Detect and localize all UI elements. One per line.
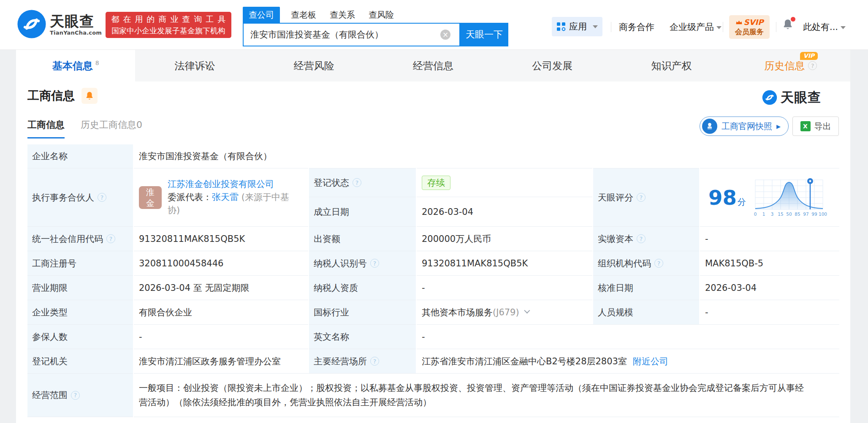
notification-dot (791, 17, 795, 22)
svg-text:99: 99 (811, 212, 817, 217)
field-label-eng-name: 英文名称 (309, 324, 416, 349)
search-tab-risk[interactable]: 查风险 (369, 9, 394, 21)
play-icon: ▶ (776, 123, 781, 130)
field-value-company-name: 淮安市国淮投资基金（有限合伙） (134, 144, 839, 168)
field-label-company-name: 企业名称 (27, 144, 133, 168)
field-label-capital: 出资额 (309, 226, 416, 251)
field-value-industry[interactable]: 其他资本市场服务(J679) (417, 300, 592, 324)
chevron-down-icon (593, 25, 598, 28)
field-label-term: 营业期限 (27, 275, 133, 300)
tab-history-info[interactable]: 历史信息?VIP (731, 50, 850, 81)
svg-text:1: 1 (762, 212, 765, 217)
user-menu[interactable]: 此处有... (803, 21, 846, 33)
grid-icon (556, 22, 566, 31)
subtab-history-business-info[interactable]: 历史工商信息0 (81, 119, 142, 137)
search-input[interactable] (243, 23, 460, 46)
logo-title: 天眼查 (50, 13, 102, 30)
clear-search-icon[interactable]: × (440, 30, 450, 40)
top-header: 天眼查 TianYanCha.com 都在用的商业查询工具 国家中小企业发展子基… (0, 0, 868, 50)
section-title-row: 工商信息 (27, 88, 98, 104)
promo-line2: 国家中小企业发展子基金旗下机构 (111, 25, 226, 36)
nearby-companies-link[interactable]: 附近公司 (633, 355, 668, 367)
notification-bell-icon[interactable] (782, 19, 795, 31)
help-icon[interactable]: ? (353, 178, 361, 187)
chevron-down-icon[interactable] (524, 307, 530, 313)
search-area: 查公司 查老板 查关系 查风险 × 天眼一下 (243, 7, 508, 46)
nav-business-coop[interactable]: 商务合作 (619, 21, 654, 33)
business-info-table: 企业名称 淮安市国淮投资基金（有限合伙） 执行事务合伙人? 淮金 江苏淮金创业投… (27, 144, 839, 417)
field-value-address: 江苏省淮安市清江浦区金融中心B2号楼28层2803室附近公司 (417, 349, 839, 373)
status-badge: 存续 (422, 176, 450, 190)
field-label-industry: 国标行业 (309, 300, 416, 324)
tab-intellectual-property[interactable]: 知识产权 (612, 50, 731, 81)
field-value-insured: - (134, 324, 308, 349)
nav-enterprise-product[interactable]: 企业级产品 (670, 21, 722, 33)
field-value-approval-date: 2026-03-04 (700, 275, 839, 300)
vip-badge: VIP (800, 52, 818, 60)
field-value-term: 2026-03-04 至 无固定期限 (134, 275, 308, 300)
field-label-org-code: 组织机构代码? (593, 251, 699, 275)
field-label-reg-status: 登记状态? (309, 168, 416, 197)
subtabs-row: 工商信息 历史工商信息0 (27, 119, 142, 138)
snapshot-label: 工商官网快照 (722, 121, 772, 132)
logo-icon (17, 9, 46, 39)
field-label-address: 主要经营场所? (309, 349, 416, 373)
industry-code: (J679) (493, 307, 519, 317)
tab-label: 经营风险 (294, 59, 334, 73)
field-value-reg-status: 存续 (417, 168, 592, 197)
field-label-score: 天眼评分? (593, 168, 699, 226)
tab-label: 法律诉讼 (174, 59, 215, 73)
promo-line1: 都在用的商业查询工具 (111, 14, 230, 25)
tianyancha-logo[interactable]: 天眼查 TianYanCha.com (17, 9, 102, 39)
search-button[interactable]: 天眼一下 (460, 23, 508, 46)
field-label-insured: 参保人数 (27, 324, 133, 349)
svip-service-label: 会员服务 (735, 27, 764, 36)
chevron-down-icon (841, 26, 846, 29)
logo-domain: TianYanCha.com (50, 30, 102, 36)
bell-icon (85, 91, 94, 100)
tianyancha-watermark: 天眼查 (762, 89, 821, 106)
official-snapshot-button[interactable]: 工商官网快照 ▶ (700, 117, 789, 136)
tab-label: 经营信息 (413, 59, 453, 73)
svip-member-badge[interactable]: SVIP 会员服务 (729, 15, 770, 39)
rep-name-link[interactable]: 张天雷 (212, 192, 239, 202)
divider (611, 22, 611, 32)
field-value-score[interactable]: 98分 0131550859799100 (700, 168, 839, 226)
export-button[interactable]: X 导出 (792, 117, 839, 136)
tab-basic-info[interactable]: 基本信息8 (16, 50, 135, 81)
tab-operation-info[interactable]: 经营信息 (374, 50, 493, 81)
search-tab-relation[interactable]: 查关系 (330, 9, 355, 21)
subscribe-bell-button[interactable] (81, 88, 98, 104)
help-icon[interactable]: ? (106, 234, 115, 243)
help-icon[interactable]: ? (637, 234, 646, 243)
apps-menu-button[interactable]: 应用 (552, 17, 602, 36)
help-icon[interactable]: ? (71, 391, 80, 400)
svg-text:15: 15 (778, 212, 783, 217)
promo-banner: 都在用的商业查询工具 国家中小企业发展子基金旗下机构 (106, 12, 231, 38)
tab-operation-risk[interactable]: 经营风险 (255, 50, 374, 81)
field-value-company-type: 有限合伙企业 (134, 300, 308, 324)
tab-legal[interactable]: 法律诉讼 (135, 50, 254, 81)
partner-company-link[interactable]: 江苏淮金创业投资有限公司 (168, 179, 274, 189)
section-title: 工商信息 (27, 88, 75, 104)
help-icon[interactable]: ? (370, 259, 379, 268)
search-tab-boss[interactable]: 查老板 (291, 9, 316, 21)
field-value-capital: 200000万人民币 (417, 226, 592, 251)
field-label-est-date: 成立日期 (309, 197, 416, 226)
partner-avatar[interactable]: 淮金 (139, 186, 162, 209)
help-icon[interactable]: ? (808, 61, 817, 70)
field-label-business-scope: 经营范围? (27, 373, 133, 417)
tab-company-development[interactable]: 公司发展 (493, 50, 612, 81)
field-value-executive-partner: 淮金 江苏淮金创业投资有限公司 委派代表：张天雷 (来源于中基协) (134, 168, 308, 226)
svg-text:50: 50 (786, 212, 792, 217)
help-icon[interactable]: ? (654, 259, 663, 268)
business-info-section: 工商信息 天眼查 工商信息 历史工商信息0 工商官网快照 ▶ X 导出 企业名称… (16, 81, 850, 423)
field-value-tax-qual: - (417, 275, 592, 300)
search-tab-company[interactable]: 查公司 (243, 7, 280, 23)
help-icon[interactable]: ? (370, 357, 379, 366)
crown-icon (735, 20, 743, 25)
help-icon[interactable]: ? (98, 193, 106, 202)
subtab-business-info[interactable]: 工商信息 (27, 119, 65, 138)
help-icon[interactable]: ? (637, 193, 646, 202)
export-label: 导出 (814, 121, 831, 132)
